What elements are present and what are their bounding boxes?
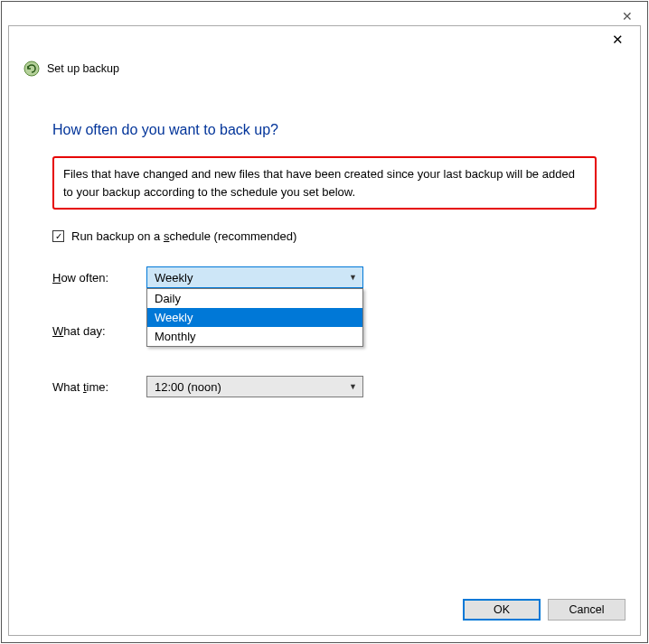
- dialog-content: How often do you want to back up? Files …: [9, 80, 640, 397]
- dropdown-option-daily[interactable]: Daily: [147, 289, 362, 308]
- backup-dialog: ✕ Set up backup How often do you want to…: [8, 25, 641, 636]
- titlebar: ✕: [9, 26, 640, 53]
- how-often-row: How often: Weekly ▼ Daily Weekly Monthly: [52, 266, 597, 288]
- backup-icon: [24, 61, 40, 77]
- what-day-label: What day:: [52, 324, 146, 338]
- chevron-down-icon: ▼: [349, 382, 357, 391]
- cancel-button[interactable]: Cancel: [548, 599, 625, 621]
- dropdown-option-monthly[interactable]: Monthly: [147, 327, 362, 346]
- main-heading: How often do you want to back up?: [52, 122, 597, 138]
- what-time-row: What time: 12:00 (noon) ▼: [52, 376, 597, 397]
- description-highlight-box: Files that have changed and new files th…: [52, 156, 597, 210]
- what-time-dropdown[interactable]: 12:00 (noon) ▼: [146, 376, 363, 397]
- parent-close-button[interactable]: ✕: [622, 9, 633, 23]
- ok-button[interactable]: OK: [463, 599, 541, 621]
- what-time-value: 12:00 (noon): [155, 380, 221, 394]
- schedule-checkbox-label: Run backup on a schedule (recommended): [71, 229, 296, 243]
- chevron-down-icon: ▼: [349, 273, 357, 282]
- what-time-label: What time:: [52, 380, 146, 394]
- svg-point-0: [24, 61, 39, 76]
- schedule-checkbox-row[interactable]: ✓ Run backup on a schedule (recommended): [52, 229, 597, 243]
- how-often-dropdown-list: Daily Weekly Monthly: [146, 288, 363, 347]
- description-text: Files that have changed and new files th…: [63, 167, 575, 199]
- dialog-header: Set up backup: [9, 53, 640, 80]
- how-often-value: Weekly: [155, 271, 193, 285]
- how-often-label: How often:: [52, 271, 146, 285]
- dialog-title: Set up backup: [47, 62, 119, 75]
- parent-window-frame: ✕ ✕ Set up backup How often do you want …: [1, 1, 648, 643]
- close-button[interactable]: ✕: [607, 30, 629, 50]
- dropdown-option-weekly[interactable]: Weekly: [147, 308, 362, 327]
- how-often-dropdown[interactable]: Weekly ▼ Daily Weekly Monthly: [146, 266, 363, 288]
- schedule-checkbox[interactable]: ✓: [52, 230, 64, 242]
- dialog-footer: OK Cancel: [463, 599, 625, 621]
